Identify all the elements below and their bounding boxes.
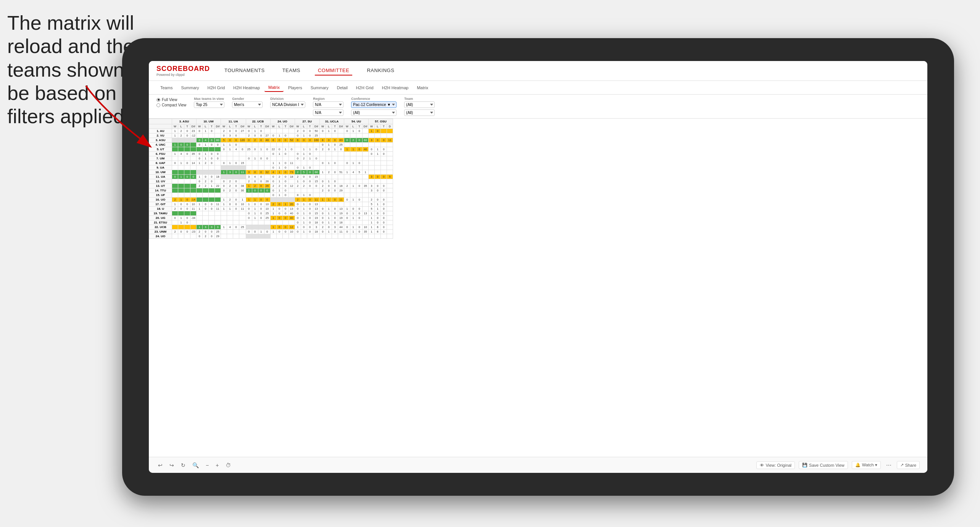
save-icon: 💾 [802, 463, 808, 468]
max-teams-label: Max teams in view [194, 97, 224, 101]
subnav-h2hgrid2[interactable]: H2H Grid [352, 84, 377, 92]
zoom-reset-icon[interactable]: − [204, 461, 210, 469]
table-row: 1. AU 12023 010 20027 010 20050 010 010 … [149, 129, 393, 133]
subnav-matrix[interactable]: Matrix [264, 84, 284, 92]
subnav-h2hheatmap[interactable]: H2H Heatmap [229, 84, 264, 92]
radio-full-dot [156, 98, 160, 102]
ucla-dif: Dif [338, 124, 344, 129]
radio-compact-view[interactable]: Compact View [156, 103, 186, 107]
ua-t: T [233, 124, 239, 129]
matrix-container: 3. ASU 10. UW 11. UA 22. UCB 24. UO [149, 119, 927, 457]
view-original-button[interactable]: 👁 View: Original [756, 461, 795, 469]
row-label-uo2: 24. UO [149, 234, 172, 239]
logo-subtitle: Powered by clippd [156, 73, 210, 77]
table-row: 22. UCB 1303 14025 10012 1003 20344 0101… [149, 225, 393, 230]
table-row: 15. UF 010 810 [149, 193, 393, 198]
table-row: 18. U 20011 10011 11011 01010 10013 0101… [149, 207, 393, 211]
sub-nav: Teams Summary H2H Grid H2H Heatmap Matri… [149, 81, 927, 95]
conference-select[interactable]: Pac-12 Conference ▼ (All) [351, 101, 397, 108]
region-select[interactable]: N/A [313, 101, 343, 108]
bottom-bar: ↩ ↪ ↻ 🔍 − + ⏱ 👁 View: Original 💾 Save Cu… [149, 457, 927, 473]
region-select2[interactable]: N/A [313, 109, 343, 116]
division-group: Division NCAA Division I [270, 97, 305, 108]
view-radio-group: Full View Compact View [156, 98, 186, 107]
max-teams-select[interactable]: Top 25 Top 50 All [194, 101, 224, 108]
su-l: L [301, 124, 307, 129]
uo-dif: Dif [289, 124, 295, 129]
save-custom-view-button[interactable]: 💾 Save Custom View [799, 461, 848, 469]
bell-icon: 🔔 [855, 463, 861, 468]
nav-committee[interactable]: COMMITTEE [315, 66, 353, 76]
dots-icon[interactable]: ⋯ [885, 461, 893, 469]
table-row: 10. UW 13011 30032 41073 25066 12051 145… [149, 170, 393, 175]
table-row: 16. UO 210-14 1201 1100 21011 11011 010 … [149, 198, 393, 202]
table-row: 9. UA 010 010 [149, 165, 393, 170]
asu-dif: Dif [190, 124, 197, 129]
zoom-in-icon[interactable]: + [214, 461, 220, 469]
clock-icon[interactable]: ⏱ [224, 461, 232, 469]
col-asu: 3. ASU [172, 119, 197, 124]
row-label-ttu: 14. TTU [149, 188, 172, 193]
table-row: 7. UM 0100 0100 0210 [149, 156, 393, 161]
subnav-h2hgrid[interactable]: H2H Grid [203, 84, 229, 92]
gender-select[interactable]: Men's Women's [232, 101, 263, 108]
row-label-unm: 23. UNM [149, 230, 172, 234]
asu-l: L [178, 124, 184, 129]
nav-teams[interactable]: TEAMS [279, 66, 303, 76]
row-label-uv: 12. UV [149, 179, 172, 184]
conference-group: Conference Pac-12 Conference ▼ (All) (Al… [351, 97, 397, 116]
radio-full-view[interactable]: Full View [156, 98, 186, 102]
osu-d: D [387, 124, 393, 129]
table-row: 2. VU 120-12 030 20027 010 01025 [149, 133, 393, 138]
row-label-ua: 9. UA [149, 165, 172, 170]
osu-t: T [381, 124, 387, 129]
subnav-players[interactable]: Players [284, 84, 306, 92]
tablet-device: SCOREBOARD Powered by clippd TOURNAMENTS… [122, 38, 954, 496]
gender-label: Gender [232, 97, 263, 101]
watch-button[interactable]: 🔔 Watch ▾ [852, 461, 881, 469]
row-label-ucb: 22. UCB [149, 225, 172, 230]
uo-l: L [276, 124, 282, 129]
table-row: 21. ETSU 10 01018 01018 100 [149, 220, 393, 225]
redo-icon[interactable]: ↪ [168, 461, 176, 469]
share-button[interactable]: ↗ Share [897, 461, 920, 469]
subnav-teams[interactable]: Teams [156, 84, 176, 92]
su-t: T [307, 124, 313, 129]
nav-items: TOURNAMENTS TEAMS COMMITTEE RANKINGS [221, 66, 397, 76]
division-select[interactable]: NCAA Division I [270, 101, 305, 108]
table-row: 6. FSU 14035 0100 010 010 010 [149, 152, 393, 156]
radio-compact-dot [156, 103, 160, 107]
subnav-h2hheatmap2[interactable]: H2H Heatmap [378, 84, 413, 92]
row-label-tamu: 19. TAMU [149, 211, 172, 216]
osu-w: W [369, 124, 375, 129]
subnav-matrix2[interactable]: Matrix [413, 84, 432, 92]
ucb-w: W [246, 124, 252, 129]
refresh-icon[interactable]: ↻ [179, 461, 187, 469]
uu-t: T [356, 124, 363, 129]
subnav-summary2[interactable]: Summary [307, 84, 332, 92]
undo-icon[interactable]: ↩ [156, 461, 164, 469]
logo-area: SCOREBOARD Powered by clippd [156, 65, 210, 77]
team-select2[interactable]: (All) [404, 109, 435, 116]
zoom-out-icon[interactable]: 🔍 [191, 461, 200, 469]
conference-select2[interactable]: (All) [351, 109, 397, 116]
col-uu: 54. UU [344, 119, 369, 124]
ua-l: L [227, 124, 233, 129]
su-dif: Dif [313, 124, 320, 129]
subnav-summary[interactable]: Summary [177, 84, 203, 92]
team-select[interactable]: (All) [404, 101, 435, 108]
subnav-detail[interactable]: Detail [333, 84, 351, 92]
table-row: 20. UG 010-34 01025 10040 01019 01019 01… [149, 216, 393, 220]
max-teams-group: Max teams in view Top 25 Top 50 All [194, 97, 224, 108]
matrix-scroll[interactable]: 3. ASU 10. UW 11. UA 22. UCB 24. UO [149, 119, 927, 457]
col-uw: 10. UW [197, 119, 221, 124]
row-label-uf: 15. UF [149, 193, 172, 198]
nav-tournaments[interactable]: TOURNAMENTS [221, 66, 268, 76]
nav-rankings[interactable]: RANKINGS [364, 66, 397, 76]
row-label-ua2: 11. UA [149, 175, 172, 179]
uw-l: L [203, 124, 209, 129]
col-uo: 24. UO [270, 119, 295, 124]
tablet-screen: SCOREBOARD Powered by clippd TOURNAMENTS… [149, 61, 927, 473]
ua-dif: Dif [239, 124, 246, 129]
division-label: Division [270, 97, 305, 101]
